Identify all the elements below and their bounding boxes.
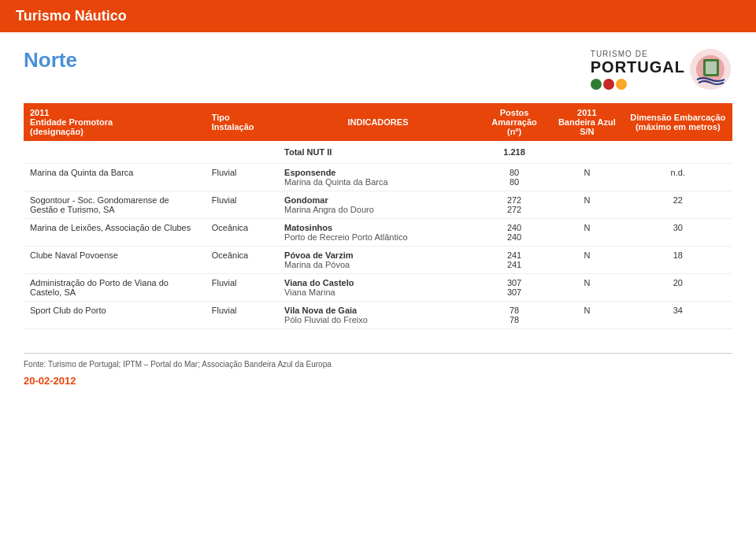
cell-bandeira: N [550, 247, 623, 274]
table-row: Clube Naval Povoense Oceânica Póvoa de V… [24, 247, 732, 274]
cell-dimensao: 30 [624, 219, 733, 247]
cell-postos: 307 307 [478, 274, 550, 302]
footer-text: Fonte: Turismo de Portugal; IPTM – Porta… [24, 360, 332, 369]
footer-source: Fonte: Turismo de Portugal; IPTM – Porta… [24, 360, 732, 369]
cell-tipo: Oceânica [206, 247, 278, 274]
cell-dimensao: n.d. [624, 164, 733, 191]
section-title: Norte [24, 48, 77, 72]
logo-turismo-de: TURISMO DE [591, 50, 685, 58]
cell-bandeira: N [550, 302, 623, 329]
cell-postos: 80 80 [478, 164, 550, 191]
cell-entidade: Clube Naval Povoense [24, 247, 206, 274]
logo-text-block: TURISMO DE PORTUGAL [591, 50, 685, 90]
table-row: Marina de Leixões, Associação de Clubes … [24, 219, 732, 247]
cell-tipo: Fluvial [206, 164, 278, 191]
table-row: Administração do Porto de Viana do Caste… [24, 274, 732, 302]
cell-bandeira: N [550, 164, 623, 191]
cell-bandeira: N [550, 191, 623, 219]
cell-postos: 240 240 [478, 219, 550, 247]
total-label [24, 141, 278, 164]
footer: Fonte: Turismo de Portugal; IPTM – Porta… [24, 353, 732, 387]
cell-entidade: Marina de Leixões, Associação de Clubes [24, 219, 206, 247]
footer-date: 20-02-2012 [24, 375, 732, 387]
cell-entidade: Administração do Porto de Viana do Caste… [24, 274, 206, 302]
cell-bandeira: N [550, 219, 623, 247]
main-table: 2011 Entidade Promotora (designação) Tip… [24, 103, 732, 329]
header-bandeira: 2011 Bandeira Azul S/N [550, 103, 623, 141]
total-indicador-label: Total NUT II [278, 141, 478, 164]
cell-indicador: Póvoa de Varzim Marina da Póvoa [278, 247, 478, 274]
cell-entidade: Marina da Quinta da Barca [24, 164, 206, 191]
header-tipo: Tipo Instalação [206, 103, 278, 141]
cell-indicador: Vila Nova de Gaia Pólo Fluvial do Freixo [278, 302, 478, 329]
logo-area: TURISMO DE PORTUGAL [591, 48, 732, 91]
cell-postos: 272 272 [478, 191, 550, 219]
logo-icon: TURISMO DE PORTUGAL [591, 48, 732, 91]
cell-dimensao: 34 [624, 302, 733, 329]
cell-tipo: Fluvial [206, 191, 278, 219]
svg-rect-3 [706, 61, 717, 74]
cell-indicador: Esponsende Marina da Quinta da Barca [278, 164, 478, 191]
table-row: Sport Club do Porto Fluvial Vila Nova de… [24, 302, 732, 329]
circle-yellow [616, 79, 627, 90]
logo-circles [591, 79, 685, 90]
header-dimensao: Dimensão Embarcação (máximo em metros) [624, 103, 733, 141]
cell-dimensao: 18 [624, 247, 733, 274]
table-row: Marina da Quinta da Barca Fluvial Espons… [24, 164, 732, 191]
logo-portugal: PORTUGAL [591, 58, 685, 76]
cell-entidade: Sogontour - Soc. Gondomarense de Gestão … [24, 191, 206, 219]
circle-red [603, 79, 614, 90]
content-area: Norte TURISMO DE PORTUGAL [0, 32, 756, 402]
cell-dimensao: 20 [624, 274, 733, 302]
portugal-emblem [689, 48, 732, 91]
table-header-row: 2011 Entidade Promotora (designação) Tip… [24, 103, 732, 141]
total-value: 1.218 [478, 141, 550, 164]
total-row: Total NUT II 1.218 [24, 141, 732, 164]
cell-indicador: Matosinhos Porto de Recreio Porto Atlânt… [278, 219, 478, 247]
header-bar: Turismo Náutico [0, 0, 756, 32]
cell-tipo: Fluvial [206, 274, 278, 302]
header-title: Turismo Náutico [16, 8, 127, 24]
cell-dimensao: 22 [624, 191, 733, 219]
cell-indicador: Viana do Castelo Viana Marina [278, 274, 478, 302]
header-indicadores: INDICADORES [278, 103, 478, 141]
cell-entidade: Sport Club do Porto [24, 302, 206, 329]
top-row: Norte TURISMO DE PORTUGAL [24, 48, 732, 91]
cell-bandeira: N [550, 274, 623, 302]
cell-tipo: Oceânica [206, 219, 278, 247]
circle-green [591, 79, 602, 90]
header-postos: Postos Amarração (nº) [478, 103, 550, 141]
cell-postos: 241 241 [478, 247, 550, 274]
header-entidade: 2011 Entidade Promotora (designação) [24, 103, 206, 141]
cell-tipo: Fluvial [206, 302, 278, 329]
cell-postos: 78 78 [478, 302, 550, 329]
table-row: Sogontour - Soc. Gondomarense de Gestão … [24, 191, 732, 219]
cell-indicador: Gondomar Marina Angra do Douro [278, 191, 478, 219]
